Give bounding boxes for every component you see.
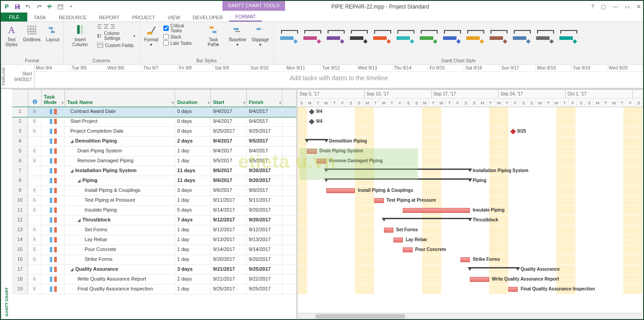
duration-cell[interactable]: 0 days (175, 127, 211, 136)
start-cell[interactable]: 9/5/2017 (211, 156, 247, 166)
gantt-style-swatch[interactable] (419, 26, 439, 44)
start-cell[interactable]: 9/21/2017 (211, 275, 247, 284)
start-cell[interactable]: 9/4/2017 (211, 117, 247, 126)
row-number[interactable]: 7 (12, 166, 28, 176)
custom-fields-button[interactable]: Custom Fields (96, 42, 136, 49)
duration-cell[interactable]: 1 day (175, 245, 211, 255)
row-number[interactable]: 16 (12, 255, 28, 264)
start-cell[interactable]: 9/6/2017 (211, 176, 247, 186)
save-icon[interactable] (13, 2, 22, 11)
task-mode-cell[interactable] (42, 156, 65, 166)
start-cell[interactable]: 9/6/2017 (211, 186, 247, 195)
duration-cell[interactable]: 3 days (175, 265, 211, 274)
outline-toggle-icon[interactable]: ◢ (70, 169, 74, 173)
layout-button[interactable]: Layout (44, 23, 61, 43)
row-number[interactable]: 5 (12, 147, 28, 156)
task-mode-cell[interactable] (42, 147, 65, 156)
duration-cell[interactable]: 2 days (175, 275, 211, 284)
ribbon-options-icon[interactable]: ▢ (601, 4, 606, 10)
task-bar[interactable] (461, 257, 470, 262)
redo-icon[interactable] (34, 2, 44, 11)
summary-bar[interactable] (307, 139, 326, 143)
row-number[interactable]: 12 (12, 216, 28, 225)
project-wave-icon[interactable] (45, 2, 55, 11)
duration-cell[interactable]: 1 day (175, 156, 211, 166)
duration-cell[interactable]: 0 days (175, 107, 211, 117)
task-mode-cell[interactable] (42, 275, 65, 284)
duration-cell[interactable]: 1 day (175, 235, 211, 245)
gridlines-button[interactable]: Gridlines (21, 23, 42, 43)
start-cell[interactable]: 9/12/2017 (211, 216, 247, 225)
task-table[interactable]: i Task Mode▾ Task Name▾ Duration▾ Start▾… (12, 89, 298, 319)
tab-file[interactable]: FILE (1, 13, 27, 22)
task-name-cell[interactable]: Test Piping at Pressure (65, 196, 175, 205)
finish-cell[interactable]: 9/25/2017 (247, 285, 282, 294)
close-icon[interactable]: ✕ (636, 4, 641, 10)
gantt-style-swatch[interactable] (442, 26, 463, 44)
tab-format[interactable]: FORMAT (229, 13, 262, 22)
duration-header[interactable]: Duration▾ (175, 90, 211, 107)
task-name-cell[interactable]: Insulate Piping (65, 206, 175, 215)
duration-cell[interactable]: 1 day (175, 196, 211, 205)
finish-cell[interactable]: 9/20/2017 (247, 255, 282, 264)
table-row[interactable]: 7◢ Installation Piping System11 days9/6/… (12, 166, 296, 176)
indicators-header[interactable]: i (28, 90, 42, 107)
task-mode-cell[interactable] (42, 206, 65, 215)
task-name-cell[interactable]: ◢ Demolition Piping (65, 137, 175, 146)
help-icon[interactable]: ? (591, 4, 594, 10)
row-number[interactable]: 9 (12, 186, 28, 195)
finish-cell[interactable]: 9/20/2017 (247, 176, 282, 186)
tab-developer[interactable]: DEVELOPER (187, 13, 229, 22)
start-cell[interactable]: 9/12/2017 (211, 225, 247, 235)
task-mode-cell[interactable] (42, 166, 65, 176)
task-name-cell[interactable]: Set Forms (65, 225, 175, 235)
gantt-style-swatch[interactable] (326, 26, 346, 44)
task-name-cell[interactable]: Contract Award Date (65, 107, 175, 117)
table-row[interactable]: 17◢ Quality Assurance3 days9/21/20179/25… (12, 265, 296, 275)
insert-column-button[interactable]: Insert Column (66, 23, 94, 48)
task-name-cell[interactable]: Remove Damaged Piping (65, 156, 175, 166)
row-number[interactable]: 6 (12, 156, 28, 166)
duration-cell[interactable]: 5 days (175, 206, 211, 215)
summary-bar[interactable] (384, 218, 470, 221)
row-number[interactable]: 4 (12, 137, 28, 146)
table-row[interactable]: 13⎘Set Forms1 day9/12/20179/12/2017 (12, 225, 296, 235)
row-number[interactable]: 19 (12, 285, 28, 294)
task-mode-cell[interactable] (42, 265, 65, 274)
task-mode-cell[interactable] (42, 117, 65, 126)
start-cell[interactable]: 9/13/2017 (211, 235, 247, 245)
gantt-style-swatch[interactable] (559, 26, 579, 44)
summary-bar[interactable] (326, 178, 470, 182)
task-mode-cell[interactable] (42, 225, 65, 235)
duration-cell[interactable]: 7 days (175, 216, 211, 225)
finish-cell[interactable]: 9/25/2017 (247, 127, 282, 136)
calendar-icon[interactable] (55, 2, 65, 11)
duration-cell[interactable]: 1 day (175, 285, 211, 294)
task-bar[interactable] (326, 188, 355, 193)
start-cell[interactable]: 9/11/2017 (211, 196, 247, 205)
gantt-style-swatch[interactable] (372, 26, 393, 44)
gantt-style-swatch[interactable] (465, 26, 486, 44)
summary-bar[interactable] (470, 267, 518, 271)
duration-cell[interactable]: 1 day (175, 225, 211, 235)
task-name-cell[interactable]: ◢ Piping (65, 176, 175, 186)
finish-cell[interactable]: 9/20/2017 (247, 216, 282, 225)
task-name-cell[interactable]: ◢ Installation Piping System (65, 166, 175, 176)
row-number[interactable]: 13 (12, 225, 28, 235)
restore-icon[interactable]: ▭ (625, 4, 630, 10)
task-mode-header[interactable]: Task Mode▾ (42, 90, 65, 107)
outline-toggle-icon[interactable]: ◢ (77, 218, 81, 222)
finish-cell[interactable]: 9/4/2017 (247, 147, 282, 156)
table-row[interactable]: 3⎘Project Completion Date0 days9/25/2017… (12, 127, 296, 137)
task-bar[interactable] (307, 149, 316, 154)
finish-cell[interactable]: 9/20/2017 (247, 206, 282, 215)
scroll-thumb[interactable] (316, 314, 405, 319)
align-left-button[interactable] (96, 23, 136, 30)
row-number[interactable]: 2 (12, 117, 28, 126)
outline-toggle-icon[interactable]: ◢ (70, 139, 74, 143)
row-number[interactable]: 18 (12, 275, 28, 284)
duration-cell[interactable]: 0 days (175, 117, 211, 126)
task-bar[interactable] (508, 287, 518, 292)
slack-checkbox[interactable]: Slack (162, 34, 196, 40)
row-number[interactable]: 17 (12, 265, 28, 274)
